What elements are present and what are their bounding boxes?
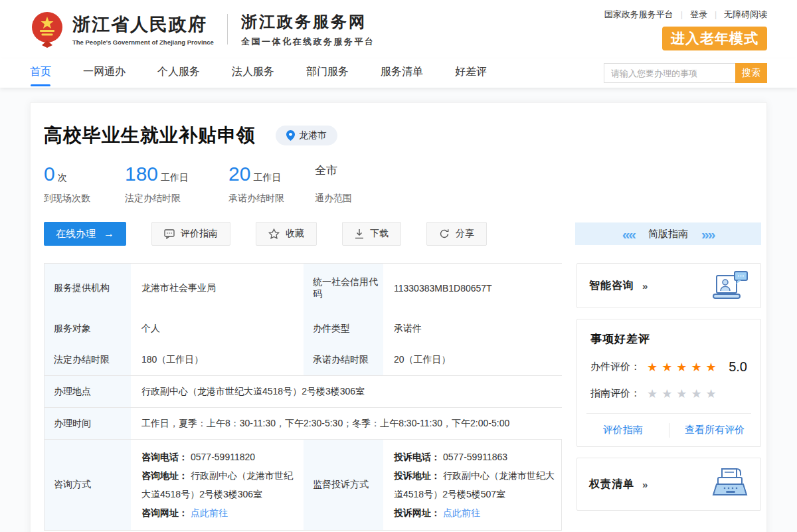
complaint-details: 投诉电话：0577-59911863 投诉地址：行政副中心（龙港市世纪大道451…	[383, 440, 563, 530]
stat-legal-limit: 180 工作日 法定办结时限	[125, 163, 228, 205]
link-separator: |	[681, 10, 683, 19]
search-bar: 搜索	[604, 63, 767, 83]
table-section-time: 办理时间 工作日，夏季：上午8：30-11:30，下午2:30-5:30；冬季：…	[44, 407, 561, 439]
stat-visits-value: 0	[44, 163, 55, 185]
top-links: 国家政务服务平台 | 登录 | 无障碍阅读	[604, 9, 767, 21]
complaint-web-link[interactable]: 点此前往	[443, 507, 480, 518]
complaint-addr-line: 投诉地址：行政副中心（龙港市世纪大道4518号）2号楼5楼507室	[394, 466, 556, 503]
complaint-phone-label: 投诉电话：	[394, 452, 440, 462]
more-chevron-icon: »	[642, 479, 648, 490]
link-accessibility[interactable]: 无障碍阅读	[724, 9, 767, 21]
link-login[interactable]: 登录	[690, 9, 707, 21]
complaint-phone-value: 0577-59911863	[443, 452, 507, 462]
national-emblem-icon	[30, 11, 64, 48]
guide-stars-icon: ★★★★★	[647, 388, 721, 400]
download-icon	[355, 228, 364, 239]
star-outline-icon	[268, 228, 280, 239]
rating-guide-button[interactable]: 评价指南	[151, 222, 230, 246]
nav-item-personal[interactable]: 个人服务	[157, 58, 200, 88]
stats-row: 0 次 到现场次数 180 工作日 法定办结时限 20 工作日	[44, 163, 761, 205]
table-section-place: 办理地点 行政副中心（龙港市世纪大道4518号）2号楼3楼306室	[44, 375, 561, 407]
duty-list-title: 权责清单	[589, 478, 634, 491]
stat-promised-limit-label: 承诺办结时限	[228, 193, 315, 205]
time-value: 工作日，夏季：上午8：30-11:30，下午2:30-5:30；冬季：上午8:3…	[131, 408, 563, 439]
consult-web-link[interactable]: 点此前往	[191, 507, 228, 518]
audience-value: 个人	[131, 313, 304, 344]
arrow-right-icon: →	[104, 228, 114, 240]
place-value: 行政副中心（龙港市世纪大道4518号）2号楼3楼306室	[131, 376, 563, 407]
credit-code-value: 11330383MB1D80657T	[383, 264, 563, 313]
sidebar: 智能咨询 » 事项好差评	[576, 263, 761, 531]
consult-web-line: 咨询网址：点此前往	[141, 503, 297, 522]
favorite-button[interactable]: 收藏	[256, 222, 317, 246]
promised-limit-value: 20（工作日）	[383, 344, 563, 375]
share-icon	[439, 228, 450, 239]
legal-limit-label: 法定办结时限	[44, 344, 131, 375]
online-handle-button[interactable]: 在线办理 →	[44, 222, 126, 246]
nav-item-home[interactable]: 首页	[30, 58, 51, 88]
stat-visits-label: 到现场次数	[44, 193, 125, 205]
portal-title-block: 浙江政务服务网 全国一体化在线政务服务平台	[241, 11, 375, 48]
main-row: 服务提供机构 龙港市社会事业局 统一社会信用代码 11330383MB1D806…	[44, 263, 761, 531]
typewriter-icon	[711, 468, 749, 501]
stat-legal-limit-value: 180	[125, 163, 158, 185]
page: 浙江省人民政府 The People's Government of Zheji…	[0, 0, 797, 532]
elder-mode-button[interactable]: 进入老年模式	[662, 27, 767, 50]
stat-legal-limit-unit: 工作日	[161, 172, 189, 184]
handling-rating-row: 办件评价： ★★★★★ 5.0	[577, 359, 760, 375]
item-type-label: 办件类型	[304, 313, 383, 344]
service-info-table: 服务提供机构 龙港市社会事业局 统一社会信用代码 11330383MB1D806…	[44, 263, 562, 531]
header-right: 国家政务服务平台 | 登录 | 无障碍阅读 进入老年模式	[604, 9, 767, 50]
search-button[interactable]: 搜索	[735, 63, 767, 83]
smart-consult-card[interactable]: 智能咨询 »	[576, 263, 761, 308]
complaint-label: 监督投诉方式	[304, 440, 383, 530]
location-badge[interactable]: 龙港市	[276, 126, 337, 145]
share-button[interactable]: 分享	[426, 222, 487, 246]
nav-item-legal-person[interactable]: 法人服务	[232, 58, 274, 88]
stat-visits-unit: 次	[58, 172, 67, 184]
complaint-web-label: 投诉网址：	[394, 507, 440, 518]
share-label: 分享	[456, 228, 474, 240]
stat-scope: 全市 通办范围	[315, 163, 395, 205]
place-label: 办理地点	[44, 376, 131, 407]
nav-item-rating[interactable]: 好差评	[455, 58, 487, 88]
chevrons-left-icon: ««	[622, 227, 635, 241]
promised-limit-label: 承诺办结时限	[304, 344, 383, 375]
provider-label: 服务提供机构	[44, 264, 131, 313]
duty-list-card[interactable]: 权责清单 »	[576, 458, 761, 511]
logo: 浙江省人民政府 The People's Government of Zheji…	[30, 11, 375, 48]
complaint-phone-line: 投诉电话：0577-59911863	[394, 448, 556, 466]
consult-addr-line: 咨询地址：行政副中心（龙港市世纪大道4518号）2号楼3楼306室	[141, 466, 297, 503]
search-input[interactable]	[604, 63, 735, 83]
time-label: 办理时间	[44, 408, 131, 439]
guide-rating-row: 指南评价： ★★★★★	[577, 387, 760, 400]
stat-visits: 0 次 到现场次数	[44, 163, 125, 205]
stat-legal-limit-label: 法定办结时限	[125, 193, 228, 205]
simple-guide-banner[interactable]: «« 简版指南 »»	[575, 222, 761, 245]
consult-web-label: 咨询网址：	[141, 507, 188, 518]
portal-subtitle: 全国一体化在线政务服务平台	[241, 36, 375, 48]
download-label: 下载	[370, 228, 389, 240]
rating-guide-label: 评价指南	[181, 228, 218, 240]
download-button[interactable]: 下载	[342, 222, 401, 246]
item-type-value: 承诺件	[383, 313, 563, 344]
rating-guide-link[interactable]: 评价指南	[577, 424, 669, 436]
consult-phone-line: 咨询电话：0577-59911820	[141, 448, 297, 466]
legal-limit-value: 180（工作日）	[131, 344, 304, 375]
location-name: 龙港市	[299, 130, 327, 141]
nav-item-department[interactable]: 部门服务	[306, 58, 349, 88]
page-title: 高校毕业生就业补贴申领	[44, 123, 256, 148]
stat-scope-label: 通办范围	[315, 193, 395, 205]
consult-phone-value: 0577-59911820	[191, 452, 255, 462]
handling-rating-label: 办件评价：	[590, 361, 640, 373]
stat-scope-value: 全市	[315, 163, 337, 178]
nav-item-service-list[interactable]: 服务清单	[381, 58, 423, 88]
site-title-block: 浙江省人民政府 The People's Government of Zheji…	[72, 13, 214, 46]
title-row: 高校毕业生就业补贴申领 龙港市	[44, 123, 761, 148]
simple-guide-label: 简版指南	[648, 228, 688, 240]
stat-promised-limit-unit: 工作日	[253, 172, 281, 184]
link-national-platform[interactable]: 国家政务服务平台	[604, 9, 673, 21]
nav-item-one-stop[interactable]: 一网通办	[83, 58, 126, 88]
site-title: 浙江省人民政府	[72, 13, 214, 37]
view-all-ratings-link[interactable]: 查看所有评价	[669, 424, 761, 436]
